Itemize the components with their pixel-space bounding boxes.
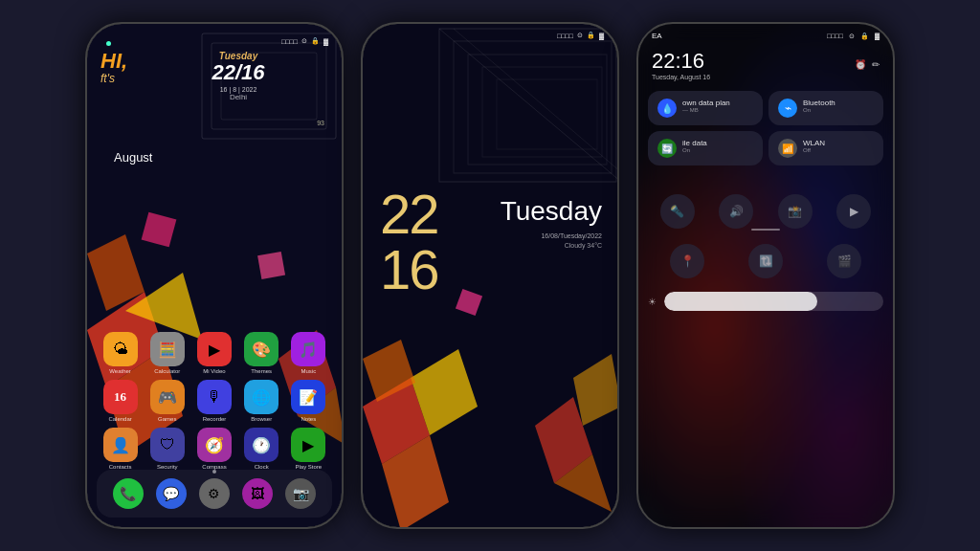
phone1-time-display: Tuesday 22/16 16 | 8 | 2022 Delhi <box>135 51 342 101</box>
list-item[interactable]: 🛡 Security <box>145 428 189 470</box>
more-button[interactable]: ▶ <box>836 194 871 229</box>
app-label: Mi Video <box>203 368 225 374</box>
flashlight-button[interactable]: 🔦 <box>660 194 695 229</box>
messages-icon[interactable]: 💬 <box>156 478 187 509</box>
alarm-icon[interactable]: ⏰ <box>855 59 866 70</box>
app-label: Themes <box>251 368 272 374</box>
phone1-dock: 📞 💬 ⚙ 🖼 📷 <box>97 470 332 518</box>
brightness-slider[interactable] <box>664 292 883 311</box>
themes-icon: 🎨 <box>244 332 278 366</box>
list-item[interactable]: 🎮 Games <box>145 380 189 422</box>
bluetooth-icon: ⌁ <box>778 99 797 118</box>
volume-button[interactable]: 🔊 <box>719 194 753 229</box>
svg-rect-12 <box>454 41 612 173</box>
bluetooth-label: Bluetooth <box>803 99 874 107</box>
svg-rect-13 <box>468 55 607 165</box>
weather-icon: 🌤 <box>103 332 138 366</box>
phone3-time-display: 22:16 Tuesday, August 16 <box>652 49 710 80</box>
list-item[interactable]: ▶ Mi Video <box>192 332 236 374</box>
svg-marker-20 <box>411 349 478 435</box>
phone2-hour: 22 <box>380 183 438 245</box>
phone1-screen: □□□□ ⊙ 🔒 ▓ HI, ft's Tuesday 22/16 16 | 8… <box>87 24 342 527</box>
data-plan-icon: 💧 <box>657 99 677 118</box>
video-button[interactable]: 🎬 <box>827 244 861 278</box>
bluetooth-tile[interactable]: ⌁ Bluetooth On <box>768 91 883 125</box>
phone1-month: August <box>100 150 152 165</box>
list-item[interactable]: 🎙 Recorder <box>192 380 236 422</box>
camera-icon[interactable]: 📷 <box>285 478 316 509</box>
notes-icon: 📝 <box>291 380 325 414</box>
phone1-greeting: HI, ft's <box>100 51 127 85</box>
phone2-date-detail: 16/08/Tuesday/2022 <box>501 232 602 239</box>
location-button[interactable]: 📍 <box>670 244 704 278</box>
music-icon: 🎵 <box>291 332 325 366</box>
svg-marker-21 <box>363 340 415 402</box>
settings-dock-icon[interactable]: ⚙ <box>199 478 230 509</box>
phone-3: EA □□□□ ⊙ 🔒 ▓ 22:16 Tuesday, August 16 ⏰… <box>636 22 895 529</box>
clock-icon: 🕐 <box>244 428 278 462</box>
list-item[interactable]: ▶ Play Store <box>286 428 330 470</box>
phone-icon[interactable]: 📞 <box>113 478 144 509</box>
screenshot-button[interactable]: 📸 <box>778 194 813 229</box>
svg-marker-19 <box>382 435 449 527</box>
browser-icon: 🌐 <box>244 380 278 414</box>
app-label: Browser <box>251 416 272 422</box>
svg-rect-25 <box>456 289 482 316</box>
phone2-day-display: Tuesday 16/08/Tuesday/2022 Cloudy 34°C <box>501 196 602 249</box>
list-item[interactable]: 🌐 Browser <box>239 380 283 422</box>
phone3-quick-icons: ⏰ ✏ <box>855 59 880 70</box>
bluetooth-status: On <box>803 107 874 113</box>
recorder-icon: 🎙 <box>197 380 232 414</box>
phone2-weather: Cloudy 34°C <box>501 242 602 249</box>
wlan-status: Off <box>803 147 874 153</box>
contacts-icon: 👤 <box>103 428 138 462</box>
list-item[interactable]: 🎵 Music <box>286 332 330 374</box>
list-item[interactable]: 🎨 Themes <box>239 332 283 374</box>
svg-line-17 <box>454 29 617 172</box>
phone3-status-bar: EA □□□□ ⊙ 🔒 ▓ <box>638 32 893 40</box>
calculator-icon: 🧮 <box>150 332 185 366</box>
list-item[interactable]: 🧮 Calculator <box>145 332 189 374</box>
brightness-control: ☀ <box>648 292 883 311</box>
brightness-fill <box>664 292 817 311</box>
wlan-label: WLAN <box>803 139 874 147</box>
list-item[interactable]: 🕐 Clock <box>239 428 283 470</box>
control-row-3: 📍 🔃 🎬 <box>648 244 883 278</box>
svg-marker-6 <box>87 234 145 311</box>
phone3-carrier: EA <box>652 32 662 40</box>
app-label: Music <box>301 368 317 374</box>
mobile-data-tile[interactable]: 🔄 ile data On <box>648 131 763 165</box>
svg-marker-22 <box>535 397 592 483</box>
phone1-status-bar: □□□□ ⊙ 🔒 ▓ <box>87 32 342 51</box>
svg-rect-15 <box>497 79 597 149</box>
list-item[interactable]: 🌤 Weather <box>99 332 143 374</box>
list-item[interactable]: 👤 Contacts <box>99 428 143 470</box>
wlan-icon: 📶 <box>778 139 797 158</box>
phone2-screen: □□□□⊙🔒▓ <box>363 24 617 527</box>
svg-line-16 <box>439 29 617 182</box>
camera-dot <box>106 41 111 46</box>
wlan-tile[interactable]: 📶 WLAN Off <box>768 131 883 165</box>
list-item[interactable]: 🧭 Compass <box>192 428 236 470</box>
svg-rect-9 <box>142 212 177 248</box>
list-item[interactable]: 📝 Notes <box>286 380 330 422</box>
games-icon: 🎮 <box>150 380 185 414</box>
phone3-screen: EA □□□□ ⊙ 🔒 ▓ 22:16 Tuesday, August 16 ⏰… <box>638 24 893 527</box>
control-center-grid: 💧 own data plan — MB ⌁ Bluetooth On <box>648 91 883 165</box>
compass-icon: 🧭 <box>197 428 232 462</box>
phone2-minute: 16 <box>380 238 438 300</box>
phone3-status-icons: □□□□ ⊙ 🔒 ▓ <box>827 33 880 40</box>
app-row-3: 👤 Contacts 🛡 Security 🧭 Compass 🕐 Clock <box>97 428 332 470</box>
rotation-button[interactable]: 🔃 <box>748 244 783 278</box>
list-item[interactable]: 16 Calendar <box>99 380 143 422</box>
phone3-time-row: 22:16 Tuesday, August 16 ⏰ ✏ <box>638 49 893 80</box>
data-plan-tile[interactable]: 💧 own data plan — MB <box>648 91 763 125</box>
phone2-background: □□□□⊙🔒▓ <box>363 24 617 527</box>
playstore-icon: ▶ <box>291 428 325 462</box>
gallery-icon[interactable]: 🖼 <box>242 478 273 509</box>
svg-marker-24 <box>573 354 617 426</box>
phone-1: □□□□ ⊙ 🔒 ▓ HI, ft's Tuesday 22/16 16 | 8… <box>85 22 344 529</box>
svg-marker-23 <box>554 454 612 512</box>
edit-icon[interactable]: ✏ <box>872 59 880 70</box>
app-label: Notes <box>301 416 317 422</box>
